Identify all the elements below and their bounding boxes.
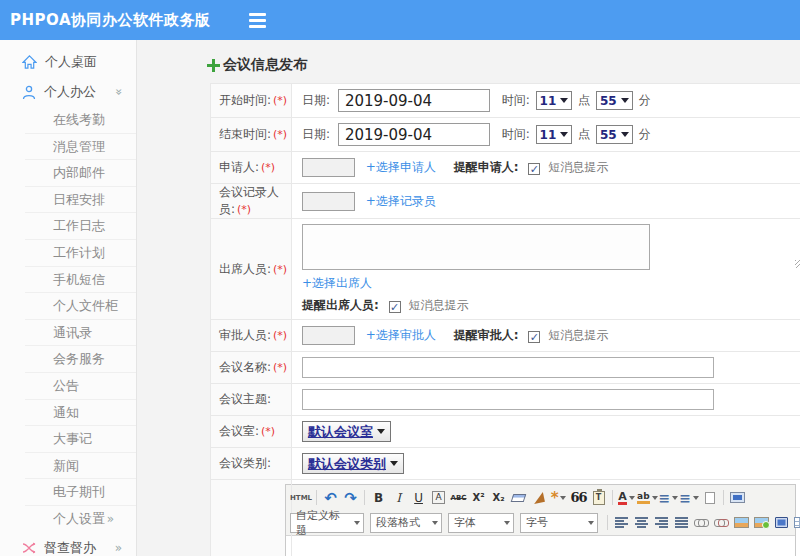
chevron-right-icon: » <box>115 541 122 555</box>
start-minute-select[interactable]: 55 <box>596 91 633 110</box>
custom-heading-select[interactable]: 自定义标题 <box>290 513 364 533</box>
approver-input[interactable] <box>302 326 355 345</box>
remind-applicant-label: 提醒申请人: <box>454 160 519 174</box>
hamburger-menu-icon[interactable] <box>249 13 266 28</box>
meeting-category-select[interactable]: 默认会议类别 <box>302 453 404 474</box>
sidebar-submenu-item[interactable]: 通知 <box>25 400 136 427</box>
insert-image-button[interactable] <box>732 513 751 532</box>
form-row-meeting-name: 会议名称:(*) <box>211 352 800 384</box>
pick-approver-link[interactable]: +选择审批人 <box>366 328 436 342</box>
subscript-button[interactable]: X₂ <box>489 488 508 507</box>
insert-table-button[interactable] <box>792 513 800 532</box>
strikethrough-button[interactable]: ABC <box>449 488 468 507</box>
sidebar-submenu-item[interactable]: 内部邮件 <box>25 160 136 187</box>
align-justify-button[interactable] <box>672 513 691 532</box>
redo-button[interactable]: ↷ <box>341 488 360 507</box>
sidebar-submenu-item[interactable]: 大事记 <box>25 426 136 453</box>
italic-button[interactable]: I <box>389 488 408 507</box>
paragraph-format-select[interactable]: 段落格式 <box>370 513 442 533</box>
font-size-select[interactable]: 字号 <box>520 513 598 533</box>
sidebar-submenu-item[interactable]: 电子期刊 <box>25 479 136 506</box>
sidebar-submenu-item[interactable]: 日程安排 <box>25 187 136 214</box>
highlight-color-button[interactable]: ab <box>637 488 658 507</box>
sidebar-submenu-item[interactable]: 手机短信 <box>25 267 136 294</box>
bold-button[interactable]: B <box>369 488 388 507</box>
font-family-select[interactable]: 字体 <box>448 513 514 533</box>
insert-link-button[interactable] <box>692 513 711 532</box>
font-style-button[interactable]: A <box>429 488 448 507</box>
end-hour-select[interactable]: 11 <box>536 125 573 144</box>
hour-unit-label: 点 <box>578 127 590 141</box>
media-icon <box>775 517 788 528</box>
pick-applicant-link[interactable]: +选择申请人 <box>366 160 436 174</box>
sidebar-submenu-item[interactable]: 会务服务 <box>25 346 136 373</box>
page-title: 会议信息发布 <box>223 56 307 74</box>
sidebar-item-label: 通讯录 <box>53 325 92 340</box>
editor-content-area[interactable] <box>286 535 795 556</box>
ordered-list-button[interactable]: ≡ <box>659 488 679 507</box>
sidebar-item-personal-desktop[interactable]: 个人桌面 <box>0 47 136 77</box>
start-date-input[interactable] <box>338 89 490 112</box>
attendees-textarea[interactable] <box>302 224 650 270</box>
sidebar-submenu-item[interactable]: 个人设置 » <box>25 506 136 533</box>
pick-recorder-link[interactable]: +选择记录员 <box>366 194 436 208</box>
field-label: 出席人员: <box>219 262 271 276</box>
remove-link-button[interactable] <box>712 513 731 532</box>
end-minute-select[interactable]: 55 <box>596 125 633 144</box>
quick-format-button[interactable]: * <box>549 488 568 507</box>
dropdown-arrow-icon <box>504 521 510 525</box>
format-brush-button[interactable] <box>529 488 548 507</box>
sidebar-submenu-item[interactable]: 工作计划 <box>25 240 136 267</box>
eraser-button[interactable] <box>509 488 528 507</box>
sidebar-item-supervision[interactable]: 督查督办 » <box>0 533 136 556</box>
sidebar-submenu-item[interactable]: 公告 <box>25 373 136 400</box>
applicant-input[interactable] <box>302 158 355 177</box>
sms-checkbox[interactable]: ✓ <box>528 163 540 175</box>
hour-unit-label: 点 <box>578 93 590 107</box>
sidebar-submenu-item[interactable]: 消息管理 <box>25 134 136 161</box>
insert-media-button[interactable] <box>772 513 791 532</box>
meeting-room-select[interactable]: 默认会议室 <box>302 421 391 442</box>
underline-button[interactable]: U <box>409 488 428 507</box>
pick-attendees-link[interactable]: +选择出席人 <box>302 276 372 290</box>
field-label: 会议名称: <box>219 360 271 374</box>
unlink-icon <box>714 518 729 527</box>
upload-image-button[interactable] <box>752 513 771 532</box>
undo-button[interactable]: ↶ <box>321 488 340 507</box>
blockquote-button[interactable]: 66 <box>569 488 588 507</box>
sidebar-item-personal-office[interactable]: 个人办公 » <box>0 77 136 107</box>
recorder-input[interactable] <box>302 192 355 211</box>
select-arrow-icon <box>560 98 568 103</box>
sidebar-submenu-item[interactable]: 在线考勤 <box>25 107 136 134</box>
sidebar-submenu-item[interactable]: 新闻 <box>25 453 136 480</box>
font-color-button[interactable]: A <box>617 488 636 507</box>
form-row-end-time: 结束时间:(*) 日期: 时间: 11 点 55 分 <box>211 118 800 152</box>
editor-toolbar-row1: HTML ↶ ↷ B I U A ABC X² X₂ <box>286 485 795 510</box>
align-left-icon <box>615 517 628 528</box>
form-row-meeting-room: 会议室:(*) 默认会议室 <box>211 416 800 448</box>
sidebar-submenu-item[interactable]: 个人文件柜 <box>25 293 136 320</box>
sms-checkbox[interactable]: ✓ <box>389 301 401 313</box>
meeting-name-input[interactable] <box>302 357 714 378</box>
paste-text-button[interactable]: T <box>589 488 608 507</box>
fullscreen-button[interactable] <box>728 488 747 507</box>
sidebar-submenu-item[interactable]: 通讯录 <box>25 320 136 347</box>
toolbar-separator <box>364 490 365 505</box>
blank-page-icon <box>705 492 715 504</box>
field-label: 会议类别: <box>219 456 271 470</box>
superscript-button[interactable]: X² <box>469 488 488 507</box>
html-source-button[interactable]: HTML <box>290 488 312 507</box>
unordered-list-button[interactable]: ≡ <box>679 488 699 507</box>
table-icon <box>794 517 800 528</box>
end-date-input[interactable] <box>338 123 490 146</box>
sidebar-submenu-item[interactable]: 工作日志 <box>25 213 136 240</box>
sms-checkbox[interactable]: ✓ <box>528 331 540 343</box>
align-center-button[interactable] <box>632 513 651 532</box>
start-hour-select[interactable]: 11 <box>536 91 573 110</box>
new-page-button[interactable] <box>700 488 719 507</box>
editor-toolbar-row2: 自定义标题 段落格式 字体 字号 <box>286 510 795 535</box>
sidebar: 个人桌面 个人办公 » 在线考勤 消息管理 内部邮件 日程安排 <box>0 40 137 556</box>
meeting-subject-input[interactable] <box>302 389 714 410</box>
align-right-button[interactable] <box>652 513 671 532</box>
align-left-button[interactable] <box>612 513 631 532</box>
